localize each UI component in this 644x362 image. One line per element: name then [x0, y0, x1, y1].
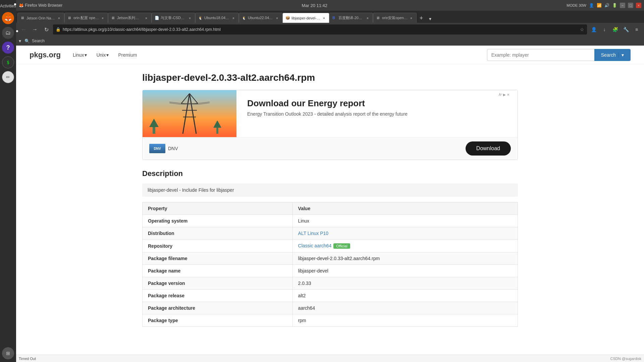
tab-4-close[interactable]: × [187, 16, 192, 20]
firefox-icon[interactable]: 🦊 [2, 12, 14, 24]
account-icon[interactable]: 👤 [589, 25, 598, 34]
reload-button[interactable]: ↻ [42, 25, 51, 34]
tab-8-label: 百度翻译-200种... [338, 15, 364, 20]
linux-dropdown-icon: ▾ [85, 52, 87, 58]
table-row-value[interactable]: Classic aarch64Official [292, 240, 518, 252]
nav-premium[interactable]: Premium [114, 50, 141, 60]
official-badge: Official [333, 243, 350, 249]
text-editor-icon[interactable]: ✏ [2, 71, 14, 83]
tab-3-favicon: 🖥 [111, 16, 116, 20]
table-row-property: Repository [143, 240, 293, 252]
help-icon[interactable]: ? [2, 42, 14, 54]
table-row-value: alt2 [292, 290, 518, 302]
activities-button[interactable]: Activities [1, 3, 15, 9]
tab-8-close[interactable]: × [365, 16, 370, 20]
table-row-property: Package filename [143, 252, 293, 265]
tab-4-label: 与文章-CSDN博客... [161, 15, 186, 20]
tab-6[interactable]: 🐧 Ubuntu22.04安装... × [239, 13, 282, 23]
browser-search-label: Search [32, 39, 45, 43]
tab-1[interactable]: 🖥 Jetson Orin Nano... × [17, 13, 64, 23]
tab-9-close[interactable]: × [409, 16, 414, 20]
description-title: Description [142, 169, 518, 178]
tab-3-close[interactable]: × [144, 16, 149, 20]
tab-1-close[interactable]: × [57, 16, 61, 20]
url-text: https://altlinux.pkgs.org/p10/classic-aa… [63, 27, 578, 32]
table-row-link[interactable]: ALT Linux P10 [298, 231, 329, 236]
page-content: pkgs.org Linux ▾ Unix ▾ Premium Search ▾ [16, 46, 644, 362]
addons-icon[interactable]: 🔧 [621, 25, 631, 34]
tab-7-close[interactable]: × [322, 16, 326, 20]
tab-5-favicon: 🐧 [198, 16, 203, 20]
tab-3[interactable]: 🖥 Jetson系列开发... × [108, 13, 152, 23]
tab-8[interactable]: B 百度翻译-200种... × [329, 13, 373, 23]
nav-unix[interactable]: Unix ▾ [92, 50, 113, 60]
description-text: libjasper-devel - Include Files for libj… [142, 183, 518, 197]
browser-search-icon: 🔍 [22, 36, 32, 46]
table-row-property: Distribution [143, 227, 293, 240]
browser-chrome: 🦊 Firefox Web Browser Mar 20 11:42 MODE … [16, 0, 644, 46]
table-row-value[interactable]: ALT Linux P10 [292, 227, 518, 240]
ad-download-button[interactable]: Download [466, 141, 511, 156]
apps-grid-icon[interactable]: ⊞ [2, 347, 14, 359]
new-tab-button[interactable]: + [417, 13, 426, 23]
extensions-icon[interactable]: 🧩 [610, 25, 620, 34]
tab-2-label: orin 配置 opencv... [73, 15, 99, 20]
tab-5-label: Ubuntu18.04安装... [204, 15, 230, 20]
status-bar: Timed Out CSDN @sugardisk [16, 355, 644, 362]
table-row-property: Operating system [143, 215, 293, 227]
tab-3-label: Jetson系列开发... [117, 15, 143, 20]
table-row-value: libjasper-devel [292, 265, 518, 277]
tab-1-favicon: 🖥 [20, 16, 25, 20]
tab-5-close[interactable]: × [231, 16, 236, 20]
terminal-icon[interactable]: $ [2, 56, 14, 68]
tab-5[interactable]: 🐧 Ubuntu18.04安装... × [195, 13, 239, 23]
tab-6-close[interactable]: × [275, 16, 279, 20]
ad-content: Download our Energy report Energy Transi… [236, 90, 518, 137]
maximize-button[interactable]: □ [628, 3, 633, 8]
battery-icon: 🔋 [612, 3, 617, 8]
nav-linux[interactable]: Linux ▾ [69, 50, 91, 60]
bookmarks-expand-icon[interactable]: ▾ [19, 38, 21, 44]
tab-6-label: Ubuntu22.04安装... [248, 15, 273, 20]
unix-dropdown-icon: ▾ [106, 52, 109, 58]
tab-bar: 🖥 Jetson Orin Nano... × 🖥 orin 配置 opencv… [16, 11, 644, 23]
menu-button[interactable]: ≡ [632, 25, 641, 34]
site-logo[interactable]: pkgs.org [30, 51, 61, 59]
nav-bar: ← → ↻ 🔒 https://altlinux.pkgs.org/p10/cl… [16, 23, 644, 36]
tab-4[interactable]: 📄 与文章-CSDN博客... × [152, 13, 195, 23]
volume-icon: 🔊 [604, 3, 609, 8]
close-button[interactable]: × [636, 3, 641, 8]
tab-9[interactable]: 🖥 orin安装opencv... × [373, 13, 417, 23]
table-row-property: Package version [143, 277, 293, 290]
col-property: Property [143, 202, 293, 215]
url-bar[interactable]: 🔒 https://altlinux.pkgs.org/p10/classic-… [53, 24, 587, 35]
ad-logo: DNV DNV [149, 144, 178, 153]
ad-logo-img: DNV [149, 144, 165, 153]
bookmark-star-icon[interactable]: ☆ [580, 27, 584, 32]
site-search-button[interactable]: Search ▾ [594, 49, 631, 61]
network-icon: 📶 [597, 3, 602, 8]
files-icon[interactable]: 🗂 [2, 27, 14, 39]
site-search: Search ▾ [487, 49, 631, 61]
search-dropdown-icon[interactable]: ▾ [619, 52, 624, 58]
tab-7-favicon: 📦 [285, 16, 290, 20]
tab-list-dropdown[interactable]: ▾ [426, 15, 434, 23]
forward-button[interactable]: → [30, 25, 40, 34]
site-search-input[interactable] [487, 49, 594, 61]
tab-2-close[interactable]: × [100, 16, 105, 20]
minimize-button[interactable]: − [620, 3, 625, 8]
site-nav-links: Linux ▾ Unix ▾ Premium [69, 50, 141, 60]
sync-icon[interactable]: ↓ [600, 25, 609, 34]
table-row-value: libjasper-devel-2.0.33-alt2.aarch64.rpm [292, 252, 518, 265]
title-bar: 🦊 Firefox Web Browser Mar 20 11:42 MODE … [16, 0, 644, 11]
tab-7-label: libjasper-devel-2... [291, 16, 320, 20]
tab-4-favicon: 📄 [155, 16, 159, 20]
tab-8-favicon: B [332, 16, 337, 20]
window-title: Mar 20 11:42 [64, 3, 565, 8]
table-row-value: aarch64 [292, 302, 518, 314]
back-button[interactable]: ← [19, 25, 28, 34]
tab-2[interactable]: 🖥 orin 配置 opencv... × [64, 13, 108, 23]
table-row-link[interactable]: Classic aarch64 [298, 243, 332, 248]
ad-banner: Aᵈ ▶ ✕ [142, 90, 518, 160]
tab-7[interactable]: 📦 libjasper-devel-2... × [282, 13, 329, 23]
